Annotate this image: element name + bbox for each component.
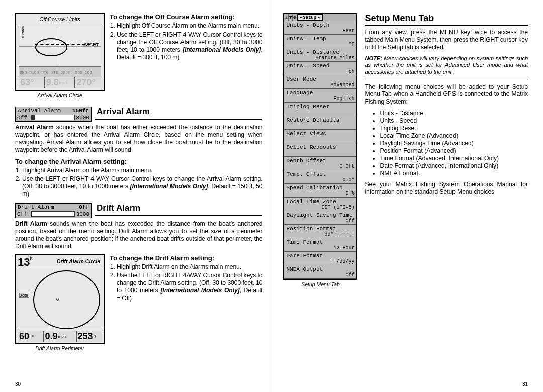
setup-bullet: Triplog Reset [380,125,528,132]
arrival-widget: Arrival Alarm150ft Off3000 [15,107,92,122]
setup-row: Local Time ZoneEST (UTC-5) [284,198,356,211]
setup-p2: The following menu choices will be added… [365,83,528,106]
setup-title: Setup Menu Tab [365,13,434,24]
setup-row: Daylight Saving TimeOff [284,211,356,225]
setup-row: Triplog Reset [284,103,356,116]
offcourse-label-bot: Arrival Alarm Circle [15,92,105,99]
offcourse-label-top: Off Course Limits [16,16,104,22]
setup-bullet: Position Format (Advanced) [380,147,528,154]
setup-row: Units - DepthFeet [284,21,356,35]
drift-title: Drift Alarm [97,203,140,213]
setup-row: Time Format12-Hour [284,238,356,252]
setup-row: Units - Speedmph [284,62,356,75]
drift-figure: 13ft Drift Alarm Circle 200ft ⟐ 60°F 0.9… [15,254,105,351]
offcourse-figure: Off Course Limits ◦START 0.25nm BRG D160… [15,13,105,99]
arrival-subhead: To change the Arrival Alarm setting: [15,158,262,165]
setup-bullet: NMEA Format. [380,170,528,177]
offcourse-step2: Use the LEFT or RIGHT 4-WAY Cursor Contr… [117,31,262,61]
setup-row: Select Views [284,130,356,143]
setup-row: LanguageEnglish [284,89,356,103]
setup-row: NMEA OutputOff [284,265,356,279]
setup-bullet: Units - Speed [380,117,528,124]
setup-bullet: Date Format (Advanced, International Onl… [380,162,528,169]
setup-bullet: Units - Distance [380,110,528,117]
setup-row: Units - DistanceStatute Miles [284,48,356,62]
setup-row: Speed Calibration0 % [284,184,356,198]
drift-step1: Highlight Drift Alarm on the Alarms main… [117,263,262,271]
setup-caption: Setup Menu Tab [283,281,357,287]
drift-widget: Drift AlarmOff Off3000 [15,203,92,218]
page-number-left: 30 [15,381,21,387]
setup-row: Position Formatdd°mm.mmm' [284,225,356,238]
setup-row: Temp. Offset0.0° [284,170,356,184]
offcourse-step1: Highlight Off Course Alarm on the Alarms… [117,22,262,30]
setup-p3: See your Matrix Fishing System Operation… [365,181,528,196]
setup-row: Depth Offset0.0ft [284,157,356,170]
offcourse-subhead: To change the Off Course Alarm setting: [110,13,262,21]
arrival-step1: Highlight Arrival Alarm on the Alarms ma… [22,167,262,174]
setup-bullet: Local Time Zone (Advanced) [380,132,528,139]
drift-subhead: To change the Drift Alarm setting: [110,254,262,262]
setup-bullets: Units - DistanceUnits - SpeedTriplog Res… [380,110,528,177]
drift-para: Drift Alarm sounds when the boat has exc… [15,220,262,250]
arrival-title: Arrival Alarm [97,107,150,117]
setup-note: NOTE: Menu choices will vary depending o… [365,55,528,76]
setup-row: Date Formatmm/dd/yy [284,252,356,265]
arrival-para: Arrival Alarm sounds when the boat has e… [15,124,262,154]
drift-label-bot: Drift Alarm Perimeter [15,345,105,351]
arrival-step2: Use the LEFT or RIGHT 4-WAY Cursor Contr… [22,175,262,198]
setup-bullet: Daylight Savings Time (Advanced) [380,140,528,147]
setup-row: Restore Defaults [284,116,356,130]
page-number-right: 31 [522,381,528,387]
setup-row: Units - Temp°F [284,35,356,48]
setup-menu-figure: ⚓▼⚙▸Setup◂ Units - DepthFeetUnits - Temp… [283,13,357,287]
drift-step2: Use the LEFT or RIGHT 4-WAY Cursor Contr… [117,272,262,302]
setup-row: User ModeAdvanced [284,75,356,89]
setup-bullet: Time Format (Advanced, International Onl… [380,155,528,162]
setup-row: Select Readouts [284,143,356,157]
setup-p1: From any view, press the MENU key twice … [365,29,528,51]
